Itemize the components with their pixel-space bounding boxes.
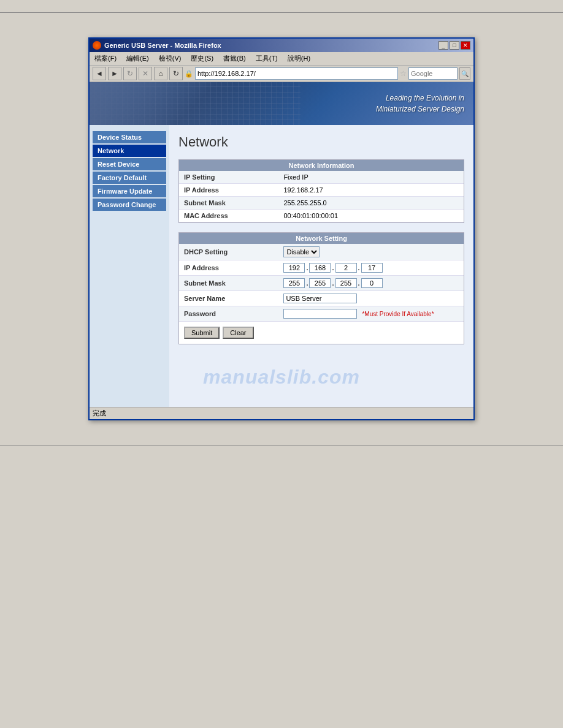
must-provide-text: *Must Provide If Available* <box>362 311 434 317</box>
table-row: IP Address 192.168.2.17 <box>179 184 464 197</box>
table-row: MAC Address 00:40:01:00:00:01 <box>179 210 464 222</box>
subnet-setting-cell: . . . <box>278 276 464 291</box>
table-row: Subnet Mask 255.255.255.0 <box>179 197 464 210</box>
menu-bookmarks[interactable]: 書籤(B) <box>221 53 248 64</box>
ip-setting-value: Fixed IP <box>278 171 464 184</box>
search-input[interactable] <box>408 67 458 80</box>
server-name-cell <box>278 291 464 306</box>
sidebar-item-password-change[interactable]: Password Change <box>93 199 166 211</box>
network-info-table: IP Setting Fixed IP IP Address 192.168.2… <box>179 171 464 222</box>
sidebar-item-device-status[interactable]: Device Status <box>93 131 166 143</box>
mac-address-label: MAC Address <box>179 210 278 222</box>
subnet-dot-3: . <box>358 279 360 287</box>
password-label: Password <box>179 306 278 322</box>
subnet-dot-2: . <box>332 279 334 287</box>
dhcp-label: DHCP Setting <box>179 244 278 260</box>
sidebar-item-reset-device[interactable]: Reset Device <box>93 158 166 170</box>
subnet-octet-1[interactable] <box>283 278 305 288</box>
sidebar-item-firmware-update[interactable]: Firmware Update <box>93 185 166 197</box>
server-name-input[interactable] <box>283 294 357 303</box>
status-bar: 完成 <box>90 407 473 419</box>
sidebar: Device Status Network Reset Device Facto… <box>90 125 169 407</box>
title-bar: Generic USB Server - Mozilla Firefox _ □… <box>90 39 473 52</box>
sidebar-item-network[interactable]: Network <box>93 145 166 157</box>
status-text: 完成 <box>93 409 106 418</box>
table-row: Password *Must Provide If Available* <box>179 306 464 322</box>
ip-octet-3[interactable] <box>335 263 357 273</box>
network-info-header: Network Information <box>179 160 464 171</box>
sidebar-item-factory-default[interactable]: Factory Default <box>93 172 166 184</box>
table-row: DHCP Setting Disable Enable <box>179 244 464 260</box>
password-cell: *Must Provide If Available* <box>278 306 464 322</box>
banner-line1: Leading the Evolution in <box>376 93 464 104</box>
search-button[interactable]: 🔍 <box>459 67 470 80</box>
dhcp-select[interactable]: Disable Enable <box>283 246 320 257</box>
banner: Leading the Evolution in Miniaturized Se… <box>90 82 473 125</box>
banner-line2: Miniaturized Server Design <box>376 104 464 115</box>
mac-address-value: 00:40:01:00:00:01 <box>278 210 464 222</box>
maximize-button[interactable]: □ <box>450 41 459 50</box>
firefox-icon <box>93 41 101 50</box>
address-bar: 🔒 ☆ 🔍 <box>185 67 470 80</box>
ip-setting-label: IP Setting <box>179 171 278 184</box>
button-row: Submit Clear <box>179 322 464 344</box>
ip-dot-2: . <box>332 264 334 271</box>
subnet-mask-label: Subnet Mask <box>179 197 278 210</box>
ip-octet-4[interactable] <box>361 263 383 273</box>
network-setting-table: DHCP Setting Disable Enable IP Address <box>179 244 464 322</box>
browser-title: Generic USB Server - Mozilla Firefox <box>104 42 221 49</box>
table-row: IP Address . . . <box>179 260 464 276</box>
ip-octet-1[interactable] <box>283 263 305 273</box>
refresh-button[interactable]: ↻ <box>169 67 183 80</box>
main-layout: Device Status Network Reset Device Facto… <box>90 125 473 407</box>
menu-edit[interactable]: 編輯(E) <box>124 53 151 64</box>
menu-file[interactable]: 檔案(F) <box>93 53 118 64</box>
back-button[interactable]: ◄ <box>93 67 106 80</box>
table-row: Server Name <box>179 291 464 306</box>
page-title: Network <box>178 134 464 150</box>
subnet-mask-inputs: . . . <box>283 278 459 288</box>
ip-dot-3: . <box>358 264 360 271</box>
subnet-octet-4[interactable] <box>361 278 383 288</box>
table-row: Subnet Mask . . . <box>179 276 464 291</box>
menu-view[interactable]: 檢視(V) <box>157 53 183 64</box>
ip-address-label: IP Address <box>179 184 278 197</box>
password-input[interactable] <box>283 309 357 319</box>
ip-dot-1: . <box>306 264 308 271</box>
browser-window: Generic USB Server - Mozilla Firefox _ □… <box>88 37 475 420</box>
reload-button[interactable]: ↻ <box>123 67 137 80</box>
ip-address-value: 192.168.2.17 <box>278 184 464 197</box>
address-label: 🔒 <box>185 70 193 78</box>
network-setting-header: Network Setting <box>179 233 464 244</box>
menu-tools[interactable]: 工具(T) <box>254 53 280 64</box>
title-bar-left: Generic USB Server - Mozilla Firefox <box>93 41 221 50</box>
submit-button[interactable]: Submit <box>184 327 220 339</box>
menu-help[interactable]: 說明(H) <box>286 53 312 64</box>
menu-bar: 檔案(F) 編輯(E) 檢視(V) 歷史(S) 書籤(B) 工具(T) 說明(H… <box>90 52 473 66</box>
star-icon: ☆ <box>400 69 407 78</box>
stop-button[interactable]: ✕ <box>139 67 152 80</box>
ip-address-setting-label: IP Address <box>179 260 278 276</box>
forward-button[interactable]: ► <box>108 67 121 80</box>
server-name-label: Server Name <box>179 291 278 306</box>
table-row: IP Setting Fixed IP <box>179 171 464 184</box>
minimize-button[interactable]: _ <box>439 41 448 50</box>
subnet-octet-2[interactable] <box>309 278 331 288</box>
top-rule <box>0 12 563 13</box>
content-area: Network Network Information IP Setting F… <box>169 125 473 407</box>
home-button[interactable]: ⌂ <box>154 67 167 80</box>
clear-button[interactable]: Clear <box>223 327 253 339</box>
network-info-section: Network Information IP Setting Fixed IP … <box>178 159 464 223</box>
subnet-mask-value: 255.255.255.0 <box>278 197 464 210</box>
browser-content: Leading the Evolution in Miniaturized Se… <box>90 82 473 407</box>
subnet-octet-3[interactable] <box>335 278 357 288</box>
ip-octet-2[interactable] <box>309 263 331 273</box>
address-input[interactable] <box>195 67 398 80</box>
title-bar-controls: _ □ ✕ <box>439 41 470 50</box>
dhcp-cell: Disable Enable <box>278 244 464 260</box>
menu-history[interactable]: 歷史(S) <box>189 53 215 64</box>
close-button[interactable]: ✕ <box>461 41 470 50</box>
network-setting-section: Network Setting DHCP Setting Disable Ena… <box>178 232 464 344</box>
toolbar: ◄ ► ↻ ✕ ⌂ ↻ 🔒 ☆ 🔍 <box>90 66 473 82</box>
bottom-rule <box>0 445 563 446</box>
